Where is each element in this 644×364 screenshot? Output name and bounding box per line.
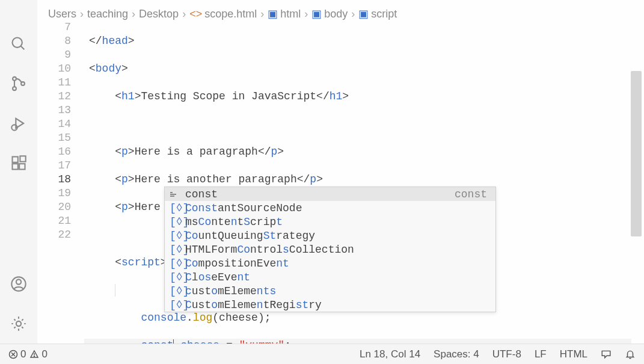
suggest-hint: const bbox=[455, 188, 491, 200]
crumb-html[interactable]: ▣ html bbox=[268, 7, 301, 20]
crumb-body[interactable]: ▣ body bbox=[311, 7, 348, 20]
variable-icon: [◊] bbox=[170, 202, 182, 214]
chevron-right-icon: › bbox=[304, 8, 308, 20]
chevron-right-icon: › bbox=[182, 8, 186, 20]
suggest-label: const bbox=[185, 188, 218, 200]
encoding[interactable]: UTF-8 bbox=[492, 348, 521, 360]
svg-line-1 bbox=[21, 46, 25, 50]
crumb-teaching[interactable]: teaching bbox=[87, 8, 128, 20]
svg-rect-15 bbox=[170, 196, 174, 197]
line-number-current: 18 bbox=[37, 173, 71, 187]
vertical-scrollbar[interactable] bbox=[631, 71, 642, 236]
svg-rect-8 bbox=[19, 164, 25, 169]
suggest-item[interactable]: [◊] msContentScript bbox=[165, 215, 495, 229]
line-number: 7 bbox=[37, 20, 71, 34]
search-icon[interactable] bbox=[10, 35, 28, 53]
line-number: 16 bbox=[37, 145, 71, 159]
cube-icon: ▣ bbox=[358, 7, 369, 20]
suggest-item[interactable]: const const bbox=[165, 187, 495, 201]
line-number: 17 bbox=[37, 159, 71, 173]
line-number: 22 bbox=[37, 228, 71, 242]
suggest-item[interactable]: [◊] CountQueuingStrategy bbox=[165, 229, 495, 242]
svg-point-4 bbox=[21, 82, 25, 85]
variable-icon: [◊] bbox=[170, 285, 182, 297]
suggest-label: customElements bbox=[185, 285, 276, 297]
crumb-users[interactable]: Users bbox=[48, 8, 76, 20]
suggest-item[interactable]: [◊] CustomElementRegistry bbox=[165, 298, 495, 312]
cube-icon: ▣ bbox=[268, 7, 278, 20]
line-number: 9 bbox=[37, 48, 71, 62]
cursor-position[interactable]: Ln 18, Col 14 bbox=[360, 348, 420, 360]
svg-point-2 bbox=[13, 77, 16, 81]
warnings-count[interactable]: 0 bbox=[29, 348, 47, 360]
bell-icon[interactable] bbox=[625, 349, 636, 360]
language-mode[interactable]: HTML bbox=[560, 348, 587, 360]
debug-icon[interactable] bbox=[10, 114, 28, 132]
breadcrumb[interactable]: Users › teaching › Desktop › <> scope.ht… bbox=[48, 7, 397, 20]
suggest-item[interactable]: [◊] ConstantSourceNode bbox=[165, 201, 495, 215]
suggest-label: CustomElementRegistry bbox=[185, 299, 322, 311]
crumb-file[interactable]: <> scope.html bbox=[189, 8, 257, 20]
suggest-item[interactable]: [◊] HTMLFormControlsCollection bbox=[165, 242, 495, 256]
variable-icon: [◊] bbox=[170, 258, 182, 270]
svg-rect-7 bbox=[13, 164, 18, 169]
line-number: 20 bbox=[37, 200, 71, 214]
line-number: 11 bbox=[37, 76, 71, 90]
chevron-right-icon: › bbox=[80, 8, 84, 20]
errors-count[interactable]: 0 bbox=[8, 348, 26, 360]
source-control-icon[interactable] bbox=[10, 75, 28, 93]
line-number: 13 bbox=[37, 103, 71, 117]
extensions-icon[interactable] bbox=[10, 154, 28, 172]
status-bar: 0 0 Ln 18, Col 14 Spaces: 4 UTF-8 LF HTM… bbox=[0, 344, 644, 364]
svg-point-0 bbox=[13, 38, 22, 48]
variable-icon: [◊] bbox=[170, 244, 182, 256]
variable-icon: [◊] bbox=[170, 216, 182, 228]
line-number-gutter: 7 8 9 10 11 12 13 14 15 16 17 18 19 20 2… bbox=[37, 20, 84, 242]
svg-rect-14 bbox=[170, 194, 176, 195]
variable-icon: [◊] bbox=[170, 230, 182, 242]
chevron-right-icon: › bbox=[351, 8, 355, 20]
feedback-icon[interactable] bbox=[601, 349, 612, 360]
svg-point-12 bbox=[16, 321, 21, 326]
suggest-item[interactable]: [◊] CloseEvent bbox=[165, 270, 495, 284]
svg-point-3 bbox=[13, 87, 16, 90]
suggest-item[interactable]: [◊] CompositionEvent bbox=[165, 256, 495, 270]
account-icon[interactable] bbox=[10, 275, 28, 293]
svg-point-11 bbox=[16, 279, 21, 284]
svg-rect-6 bbox=[13, 157, 18, 162]
svg-rect-13 bbox=[170, 192, 173, 193]
activity-bar bbox=[0, 0, 37, 344]
svg-point-20 bbox=[34, 356, 35, 356]
variable-icon: [◊] bbox=[170, 299, 182, 311]
suggest-label: CloseEvent bbox=[185, 271, 250, 283]
line-number: 21 bbox=[37, 214, 71, 228]
suggest-label: ConstantSourceNode bbox=[185, 202, 302, 214]
indentation[interactable]: Spaces: 4 bbox=[434, 348, 479, 360]
line-number: 10 bbox=[37, 62, 71, 76]
code-icon: <> bbox=[189, 8, 202, 20]
line-number: 12 bbox=[37, 90, 71, 103]
suggest-label: CountQueuingStrategy bbox=[185, 230, 315, 242]
chevron-right-icon: › bbox=[132, 8, 135, 20]
cube-icon: ▣ bbox=[311, 7, 322, 20]
svg-rect-9 bbox=[20, 156, 25, 161]
line-number: 14 bbox=[37, 117, 71, 131]
settings-gear-icon[interactable] bbox=[10, 315, 28, 333]
intellisense-popup[interactable]: const const [◊] ConstantSourceNode [◊] m… bbox=[164, 187, 496, 312]
line-number: 8 bbox=[37, 34, 71, 48]
variable-icon: [◊] bbox=[170, 271, 182, 283]
suggest-label: msContentScript bbox=[185, 216, 283, 228]
suggest-item[interactable]: [◊] customElements bbox=[165, 284, 495, 298]
crumb-script[interactable]: ▣ script bbox=[358, 7, 397, 20]
keyword-icon bbox=[170, 190, 182, 199]
suggest-label: HTMLFormControlsCollection bbox=[185, 244, 354, 256]
suggest-label: CompositionEvent bbox=[185, 258, 289, 270]
line-number: 19 bbox=[37, 187, 71, 200]
line-number: 15 bbox=[37, 131, 71, 145]
eol[interactable]: LF bbox=[535, 348, 547, 360]
chevron-right-icon: › bbox=[260, 8, 264, 20]
crumb-desktop[interactable]: Desktop bbox=[139, 8, 179, 20]
